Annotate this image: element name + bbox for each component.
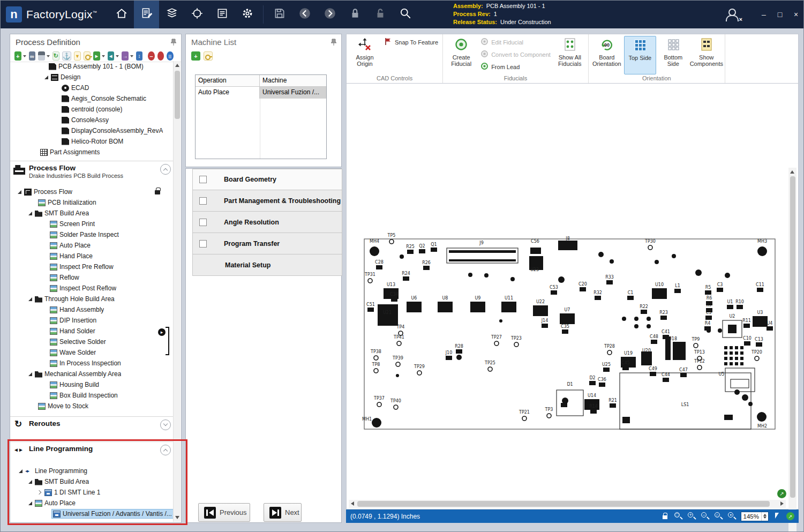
- transfer-icon[interactable]: [122, 51, 129, 61]
- test-icon[interactable]: [74, 51, 81, 61]
- anchor-icon[interactable]: [62, 51, 71, 61]
- section-checkbox[interactable]: [199, 240, 207, 248]
- audit-search-button[interactable]: [393, 1, 418, 28]
- section-item[interactable]: Program Transfer: [192, 233, 342, 254]
- link-icon[interactable]: [29, 51, 36, 61]
- expanded-arrow-icon[interactable]: [16, 189, 23, 196]
- tree-item-content[interactable]: Inspect Post Reflow: [49, 284, 118, 293]
- remove-icon[interactable]: [148, 51, 155, 61]
- expanded-arrow-icon[interactable]: [27, 500, 34, 507]
- tree-item-content[interactable]: SMT Build Area: [34, 209, 91, 218]
- dropdown-caret-icon[interactable]: [130, 55, 133, 57]
- minimize-button[interactable]: –: [760, 10, 768, 19]
- update-icon[interactable]: [52, 51, 59, 61]
- tree-item[interactable]: Helico-Rotor BOM: [10, 136, 175, 147]
- tree-item[interactable]: Screen Print: [10, 219, 175, 229]
- edit-fiducial-button[interactable]: Edit Fiducial: [478, 37, 553, 47]
- expanded-arrow-icon[interactable]: [17, 468, 24, 475]
- section-item[interactable]: Board Geometry: [192, 169, 342, 190]
- tree-item[interactable]: SMT Build Area: [10, 476, 175, 487]
- tree-item[interactable]: Hand Place: [10, 251, 175, 261]
- tree-item-content[interactable]: SMT Build Area: [34, 477, 91, 486]
- tree-item-content[interactable]: In Process Inspection: [49, 359, 123, 368]
- tree-item-content[interactable]: Design: [50, 73, 82, 81]
- tree-item[interactable]: Housing Build: [10, 379, 175, 390]
- section-item[interactable]: Material Setup: [192, 254, 342, 276]
- tree-item-content[interactable]: centroid (console): [61, 105, 124, 114]
- zoom-out-icon[interactable]: –: [701, 512, 710, 521]
- tree-item[interactable]: DisplayConsoleAssembly_RevA: [10, 125, 175, 136]
- pointer-tool-icon[interactable]: [773, 512, 782, 521]
- scroll-left-arrow-icon[interactable]: [351, 501, 354, 506]
- tree-item-content[interactable]: Reflow: [49, 273, 81, 282]
- tree-item-content[interactable]: Hand Solder: [49, 327, 97, 335]
- tree-item[interactable]: In Process Inspection: [10, 358, 175, 369]
- spinner-down-icon[interactable]: [763, 516, 767, 519]
- tree-item-content[interactable]: Helico-Rotor BOM: [61, 137, 125, 146]
- tracking-button[interactable]: [184, 1, 209, 28]
- tree-item[interactable]: ConsoleAssy: [10, 115, 175, 125]
- snap-to-feature-button[interactable]: Snap To Feature: [382, 37, 440, 47]
- tree-item[interactable]: Universal Fuzion / Advantis / Vantis /..…: [10, 508, 175, 519]
- process-definition-button[interactable]: [134, 1, 159, 28]
- tree-item[interactable]: Auto Place: [10, 498, 175, 508]
- section-item[interactable]: Part Management & Troubleshooting: [192, 190, 342, 212]
- pin-icon[interactable]: [170, 39, 177, 48]
- tree-item-content[interactable]: Mechanical Assembly Area: [34, 370, 123, 378]
- tree-item[interactable]: centroid (console): [10, 104, 175, 115]
- show-components-button[interactable]: Show Components: [690, 36, 723, 74]
- expanded-arrow-icon[interactable]: [27, 210, 34, 217]
- bottom-side-button[interactable]: Bottom Side: [657, 36, 689, 74]
- tree-item[interactable]: Through Hole Build Area: [10, 294, 175, 304]
- tree-item-content[interactable]: Auto Place: [49, 241, 93, 250]
- section-item[interactable]: Angle Resolution: [192, 212, 342, 233]
- expanded-arrow-icon[interactable]: [27, 478, 34, 485]
- tree-item[interactable]: Part Assignments: [10, 147, 175, 158]
- collapse-line-programming-button[interactable]: [160, 445, 171, 455]
- collapse-process-flow-button[interactable]: [160, 164, 171, 175]
- tree-item[interactable]: DIP Insertion: [10, 315, 175, 326]
- show-all-fiducials-button[interactable]: Show All Fiducials: [554, 36, 586, 74]
- print-icon[interactable]: [38, 51, 45, 61]
- tree-item-content[interactable]: Through Hole Build Area: [34, 295, 117, 303]
- expanded-arrow-icon[interactable]: [27, 371, 34, 378]
- tree-item-content[interactable]: 1 DI SMT Line 1: [43, 488, 102, 497]
- zoom-window-icon[interactable]: □: [674, 512, 683, 521]
- tree-item-content[interactable]: Housing Build: [49, 380, 101, 389]
- table-row[interactable]: Auto PlaceUniversal Fuzion /...: [196, 87, 326, 99]
- tree-item-content[interactable]: Hand Assembly: [49, 305, 106, 314]
- settings-button[interactable]: [235, 1, 260, 28]
- tree-item-content[interactable]: ECAD: [61, 84, 91, 92]
- tree-item-content[interactable]: Move to Stock: [37, 402, 91, 410]
- tree-item-content[interactable]: Inspect Pre Reflow: [49, 263, 116, 271]
- tree-item-content[interactable]: DisplayConsoleAssembly_RevA: [61, 126, 165, 135]
- tree-item-content[interactable]: PCB Initialization: [37, 198, 99, 207]
- canvas-vertical-scrollbar[interactable]: [788, 168, 797, 532]
- tree-item[interactable]: Mechanical Assembly Area: [10, 369, 175, 379]
- section-checkbox[interactable]: [199, 219, 207, 226]
- top-side-button[interactable]: Top Side: [624, 36, 656, 74]
- column-header[interactable]: Machine: [260, 75, 326, 86]
- tree-item[interactable]: Solder Paste Inspect: [10, 229, 175, 240]
- tree-item-content[interactable]: Screen Print: [49, 220, 97, 228]
- from-lead-button[interactable]: From Lead: [478, 62, 553, 72]
- record-icon[interactable]: [157, 51, 164, 61]
- tree-item-content[interactable]: Box Build Inspection: [49, 391, 120, 400]
- dropdown-caret-icon[interactable]: [47, 55, 50, 57]
- scrollbar-thumb[interactable]: [357, 501, 770, 507]
- lock-button[interactable]: [342, 1, 367, 28]
- pause-icon[interactable]: [167, 51, 174, 61]
- tree-item[interactable]: PCB Assembly 101 - 1 (BOM): [10, 61, 175, 72]
- assign-origin-button[interactable]: Assign Origin: [349, 36, 381, 74]
- line-programming-header[interactable]: Line Programming: [10, 441, 175, 461]
- section-checkbox[interactable]: [199, 197, 207, 205]
- tree-item[interactable]: Inspect Post Reflow: [10, 283, 175, 294]
- expanded-arrow-icon[interactable]: [27, 296, 34, 303]
- sync-icon[interactable]: [136, 51, 143, 61]
- scroll-up-arrow-icon[interactable]: [790, 170, 794, 174]
- tree-item-content[interactable]: Wave Solder: [49, 348, 98, 357]
- next-button[interactable]: Next: [264, 503, 302, 522]
- expanded-arrow-icon[interactable]: [43, 74, 50, 81]
- user-logout-icon[interactable]: ×: [724, 8, 738, 21]
- refresh-view-icon[interactable]: ↗: [786, 512, 794, 520]
